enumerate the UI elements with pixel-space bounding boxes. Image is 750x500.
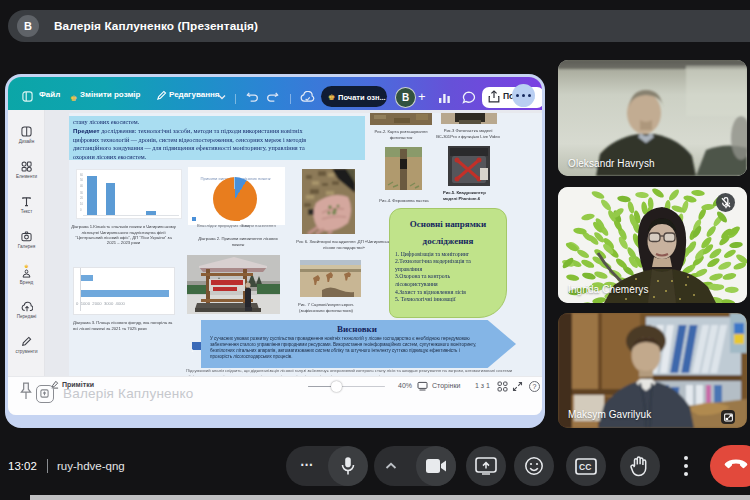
svg-text:CC: CC xyxy=(579,462,591,472)
